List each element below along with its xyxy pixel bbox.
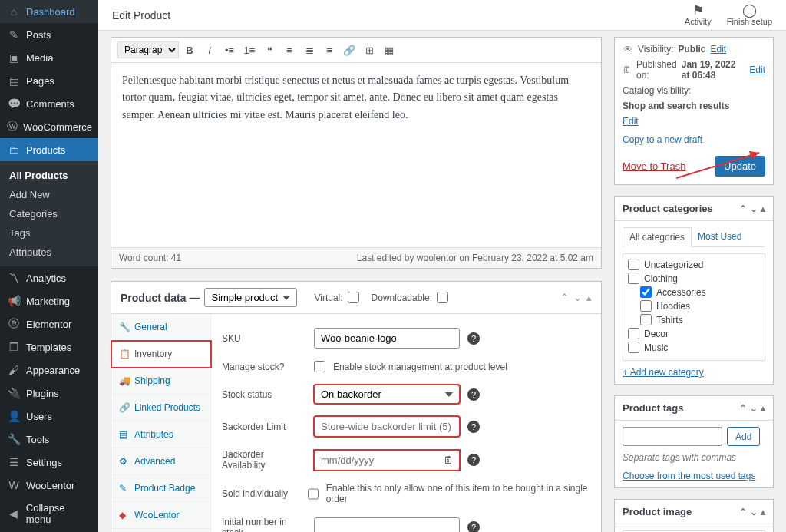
tab-woolentor[interactable]: ◆WooLentor bbox=[111, 502, 210, 529]
chevron-down-icon[interactable]: ⌄ bbox=[750, 403, 758, 414]
toggle-toolbar-button[interactable]: ▦ bbox=[380, 41, 398, 59]
edit-date-link[interactable]: Edit bbox=[749, 64, 765, 75]
chevron-down-icon[interactable]: ⌄ bbox=[750, 507, 758, 517]
link-button[interactable]: 🔗 bbox=[340, 41, 358, 59]
sku-input[interactable] bbox=[314, 328, 460, 349]
tab-more[interactable]: ＋Get more options bbox=[111, 529, 210, 532]
collapse-icon: ◀ bbox=[6, 507, 21, 520]
nav-users[interactable]: 👤Users bbox=[0, 405, 98, 428]
cat-clothing[interactable]: Clothing bbox=[628, 273, 760, 284]
calendar-icon[interactable]: 🗓 bbox=[444, 454, 454, 466]
nav-posts[interactable]: ✎Posts bbox=[0, 23, 98, 46]
italic-button[interactable]: I bbox=[200, 41, 219, 59]
sold-individually-checkbox[interactable] bbox=[308, 488, 319, 500]
finish-setup-button[interactable]: ◯Finish setup bbox=[727, 4, 772, 26]
collapse-menu[interactable]: ◀Collapse menu bbox=[0, 497, 98, 530]
cat-tshirts[interactable]: Tshirts bbox=[628, 314, 760, 325]
nav-appearance[interactable]: 🖌Appearance bbox=[0, 359, 98, 382]
caret-up-icon[interactable]: ▴ bbox=[761, 203, 765, 214]
quote-button[interactable]: ❝ bbox=[260, 41, 279, 59]
nav-tools[interactable]: 🔧Tools bbox=[0, 428, 98, 451]
stock-status-label: Stock status bbox=[222, 389, 306, 400]
caret-up-icon[interactable]: ▴ bbox=[761, 403, 765, 414]
nav-marketing[interactable]: 📢Marketing bbox=[0, 289, 98, 312]
wrench-icon: 🔧 bbox=[6, 433, 21, 445]
align-right-button[interactable]: ≡ bbox=[320, 41, 339, 59]
nav-plugins[interactable]: 🔌Plugins bbox=[0, 382, 98, 405]
tag-input[interactable] bbox=[623, 427, 722, 446]
sub-categories[interactable]: Categories bbox=[0, 204, 98, 223]
editor-content[interactable]: Pellentesque habitant morbi tristique se… bbox=[111, 63, 601, 247]
activity-button[interactable]: ⚑Activity bbox=[685, 4, 712, 26]
ul-button[interactable]: •≡ bbox=[220, 41, 239, 59]
tab-advanced[interactable]: ⚙Advanced bbox=[111, 448, 210, 475]
virtual-checkbox[interactable] bbox=[348, 292, 359, 303]
nav-dashboard[interactable]: ⌂Dashboard bbox=[0, 0, 98, 23]
help-icon[interactable]: ? bbox=[467, 421, 480, 433]
sub-attributes[interactable]: Attributes bbox=[0, 243, 98, 262]
tab-inventory[interactable]: 📋Inventory bbox=[111, 341, 211, 368]
backorder-availability-input[interactable] bbox=[314, 450, 460, 471]
add-category-link[interactable]: + Add new category bbox=[623, 367, 704, 378]
add-tag-button[interactable]: Add bbox=[727, 427, 760, 446]
stock-status-select[interactable]: On backorder bbox=[314, 385, 460, 404]
choose-tags-link[interactable]: Choose from the most used tags bbox=[623, 471, 755, 481]
bold-button[interactable]: B bbox=[180, 41, 199, 59]
move-to-trash-link[interactable]: Move to Trash bbox=[623, 160, 685, 172]
cat-music[interactable]: Music bbox=[628, 342, 760, 353]
edit-catalog-link[interactable]: Edit bbox=[623, 116, 639, 127]
help-icon[interactable]: ? bbox=[467, 388, 480, 401]
backorder-limit-input[interactable] bbox=[314, 416, 460, 437]
manage-stock-checkbox[interactable] bbox=[314, 361, 325, 372]
eye-icon: 👁 bbox=[623, 44, 633, 55]
sub-tags[interactable]: Tags bbox=[0, 223, 98, 243]
cat-uncategorized[interactable]: Uncategorized bbox=[628, 259, 760, 270]
sub-all-products[interactable]: All Products bbox=[0, 166, 98, 185]
nav-products[interactable]: 🗀Products bbox=[0, 138, 98, 161]
nav-comments[interactable]: 💬Comments bbox=[0, 92, 98, 115]
sub-add-new[interactable]: Add New bbox=[0, 185, 98, 204]
cat-decor[interactable]: Decor bbox=[628, 328, 760, 339]
product-type-select[interactable]: Simple product bbox=[204, 288, 297, 307]
nav-woocommerce[interactable]: ⓦWooCommerce bbox=[0, 115, 98, 138]
edit-visibility-link[interactable]: Edit bbox=[710, 44, 726, 55]
chevron-up-icon[interactable]: ⌃ bbox=[560, 292, 569, 303]
initial-number-input[interactable] bbox=[314, 517, 460, 533]
downloadable-checkbox[interactable] bbox=[437, 292, 448, 303]
tab-badge[interactable]: ✎Product Badge bbox=[111, 475, 210, 502]
nav-woolentor[interactable]: WWooLentor bbox=[0, 474, 98, 497]
cat-hoodies[interactable]: Hoodies bbox=[628, 300, 760, 312]
help-icon[interactable]: ? bbox=[467, 332, 480, 345]
caret-up-icon[interactable]: ▴ bbox=[586, 292, 592, 303]
format-select[interactable]: Paragraph bbox=[117, 41, 179, 58]
insert-button[interactable]: ⊞ bbox=[360, 41, 378, 59]
tab-attributes[interactable]: ▤Attributes bbox=[111, 421, 210, 448]
cat-tab-most[interactable]: Most Used bbox=[692, 227, 748, 246]
tab-linked[interactable]: 🔗Linked Products bbox=[111, 395, 210, 421]
publish-box: 👁Visibility: Public Edit 🗓Published on: … bbox=[614, 37, 774, 185]
cat-accessories[interactable]: Accessories bbox=[628, 286, 760, 298]
align-left-button[interactable]: ≡ bbox=[280, 41, 299, 59]
media-icon: ▣ bbox=[6, 51, 21, 64]
chevron-down-icon[interactable]: ⌄ bbox=[750, 203, 758, 214]
cat-tab-all[interactable]: All categories bbox=[623, 227, 692, 247]
chevron-up-icon[interactable]: ⌃ bbox=[739, 507, 747, 517]
update-button[interactable]: Update bbox=[715, 156, 765, 177]
nav-analytics[interactable]: 〽Analytics bbox=[0, 266, 98, 289]
nav-templates[interactable]: ❐Templates bbox=[0, 335, 98, 359]
chevron-down-icon[interactable]: ⌄ bbox=[573, 292, 582, 303]
help-icon[interactable]: ? bbox=[467, 454, 480, 466]
tab-general[interactable]: 🔧General bbox=[111, 314, 210, 341]
nav-media[interactable]: ▣Media bbox=[0, 46, 98, 69]
nav-elementor[interactable]: ⓔElementor bbox=[0, 312, 98, 335]
nav-pages[interactable]: ▤Pages bbox=[0, 69, 98, 92]
tab-shipping[interactable]: 🚚Shipping bbox=[111, 368, 210, 395]
ol-button[interactable]: 1≡ bbox=[240, 41, 259, 59]
caret-up-icon[interactable]: ▴ bbox=[761, 507, 765, 517]
chevron-up-icon[interactable]: ⌃ bbox=[739, 203, 747, 214]
align-center-button[interactable]: ≣ bbox=[300, 41, 319, 59]
nav-settings[interactable]: ☰Settings bbox=[0, 451, 98, 474]
chevron-up-icon[interactable]: ⌃ bbox=[739, 403, 747, 414]
help-icon[interactable]: ? bbox=[467, 521, 480, 532]
copy-draft-link[interactable]: Copy to a new draft bbox=[623, 134, 702, 145]
